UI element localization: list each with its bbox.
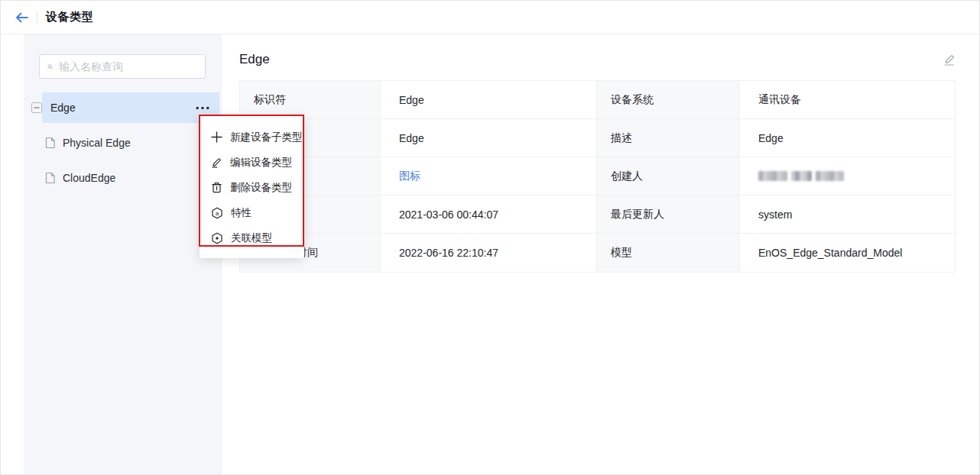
table-label: 最后更新人 <box>597 195 740 234</box>
device-type-tree-panel: Edge <box>24 34 221 474</box>
tree-node-cloudedge[interactable]: CloudEdge <box>24 163 221 193</box>
table-label: 创建人 <box>597 157 740 195</box>
file-icon <box>44 172 56 184</box>
table-value: 2022-06-16 22:10:47 <box>381 234 597 272</box>
trash-icon <box>211 182 222 193</box>
menu-item-edit-type[interactable]: 编辑设备类型 <box>200 150 304 175</box>
table-value: 图标 <box>381 157 597 195</box>
ellipsis-icon <box>196 106 209 110</box>
table-value: EnOS_Edge_Standard_Model <box>740 234 955 272</box>
table-value: Edge <box>740 119 955 157</box>
table-value: system <box>740 195 955 234</box>
edit-button[interactable] <box>942 53 956 66</box>
page-title: 设备类型 <box>46 10 93 24</box>
search-box[interactable] <box>39 54 206 79</box>
topbar-divider <box>37 12 37 23</box>
file-icon <box>44 137 56 149</box>
more-actions-button[interactable] <box>195 102 210 114</box>
table-label: 设备系统 <box>597 81 740 119</box>
arrow-left-icon <box>15 12 29 23</box>
menu-item-label: 删除设备类型 <box>230 181 292 195</box>
left-column: Edge <box>1 34 222 474</box>
search-icon <box>47 61 53 73</box>
menu-item-label: 编辑设备类型 <box>230 156 292 170</box>
tree-row-edge: Edge <box>24 92 221 123</box>
feature-hexagon-icon: a <box>211 207 223 219</box>
menu-item-features[interactable]: a 特性 <box>200 200 304 225</box>
content-area: Edge <box>1 34 979 474</box>
table-value: 2021-03-06 00:44:07 <box>381 195 597 234</box>
tree-node-physical-edge[interactable]: Physical Edge <box>24 128 221 158</box>
page: 设备类型 <box>0 0 980 475</box>
context-menu: 新建设备子类型 编辑设备类型 删除设备类型 a 特性 <box>200 115 304 258</box>
model-hexagon-icon <box>211 232 223 244</box>
detail-header: Edge <box>239 51 956 68</box>
detail-table: 标识符 Edge 设备系统 通讯设备 Edge 描述 Edge 图标 创建人 2… <box>239 80 956 273</box>
table-value: Edge <box>381 81 597 119</box>
menu-item-label: 特性 <box>231 206 251 220</box>
svg-text:a: a <box>216 209 219 216</box>
table-value: 通讯设备 <box>740 81 955 119</box>
menu-item-delete-type[interactable]: 删除设备类型 <box>200 175 304 200</box>
tree-node-label: Edge <box>50 102 76 114</box>
table-label: 标识符 <box>240 81 381 119</box>
back-button[interactable] <box>14 9 31 26</box>
collapse-expander-icon[interactable] <box>31 102 42 113</box>
table-value: Edge <box>381 119 597 157</box>
edit-pencil-underline-icon <box>943 53 956 66</box>
plus-icon <box>211 131 222 143</box>
device-type-tree: Edge <box>24 92 221 193</box>
tree-node-label: Physical Edge <box>63 137 131 149</box>
menu-item-label: 关联模型 <box>231 231 272 245</box>
table-label: 描述 <box>597 119 740 157</box>
topbar: 设备类型 <box>1 1 979 34</box>
tree-node-edge[interactable]: Edge <box>42 92 219 123</box>
edit-pencil-icon <box>211 157 222 168</box>
tree-node-label: CloudEdge <box>63 172 115 184</box>
detail-panel: Edge 标识符 Edge 设备系统 通讯设备 Edge 描述 Edge <box>222 34 979 474</box>
menu-item-label: 新建设备子类型 <box>230 131 303 144</box>
icon-link[interactable]: 图标 <box>399 170 420 183</box>
search-input[interactable] <box>59 60 197 73</box>
menu-item-new-subtype[interactable]: 新建设备子类型 <box>200 124 304 150</box>
table-value-redacted <box>740 157 955 195</box>
redacted-creator-value <box>758 171 844 181</box>
detail-title: Edge <box>239 51 270 68</box>
menu-item-link-model[interactable]: 关联模型 <box>200 225 304 250</box>
table-label: 模型 <box>597 234 740 272</box>
